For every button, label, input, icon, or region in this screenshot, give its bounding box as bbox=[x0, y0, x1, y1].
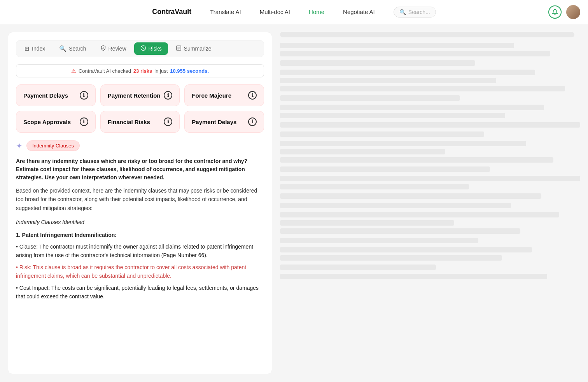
skeleton-group-3 bbox=[280, 105, 580, 118]
left-panel: ⊞ Index 🔍 Search Review Risks bbox=[8, 32, 272, 374]
navbar: ContraVault Translate AI Multi-doc AI Ho… bbox=[0, 0, 588, 24]
search-placeholder: Search... bbox=[408, 9, 430, 15]
skeleton-line bbox=[280, 220, 454, 226]
skeleton-group-7 bbox=[280, 247, 580, 261]
risk-card-label: Force Majeure bbox=[192, 92, 231, 99]
tab-search[interactable]: 🔍 Search bbox=[53, 42, 92, 55]
risk-card-label: Payment Delays bbox=[192, 119, 236, 125]
content-intro: Based on the provided context, here are … bbox=[16, 186, 264, 212]
risk-card-label: Payment Delays bbox=[23, 92, 68, 99]
status-middle: in just bbox=[154, 68, 168, 74]
risks-count: 23 risks bbox=[133, 68, 152, 74]
status-warning-icon: ⚠ bbox=[71, 68, 76, 74]
tabs-bar: ⊞ Index 🔍 Search Review Risks bbox=[16, 40, 264, 57]
info-icon: ℹ bbox=[248, 91, 257, 100]
tab-summarize[interactable]: Summarize bbox=[170, 42, 218, 55]
risk-bullet: • Risk: This clause is broad as it requi… bbox=[16, 263, 264, 280]
skeleton-line bbox=[280, 51, 550, 56]
tab-risks[interactable]: Risks bbox=[134, 42, 168, 55]
risk-card-payment-retention[interactable]: Payment Retention ℹ bbox=[100, 84, 180, 106]
risk-cards-grid: Payment Delays ℹ Payment Retention ℹ For… bbox=[16, 84, 264, 133]
skeleton-line bbox=[280, 166, 490, 172]
content-question: Are there any indemnity clauses which ar… bbox=[16, 157, 264, 182]
risk-card-label: Financial Risks bbox=[108, 119, 150, 125]
risk-card-force-majeure[interactable]: Force Majeure ℹ bbox=[184, 84, 264, 106]
skeleton-line bbox=[280, 193, 541, 199]
risks-icon bbox=[140, 45, 146, 52]
svg-line-1 bbox=[142, 46, 145, 50]
search-tab-icon: 🔍 bbox=[59, 45, 66, 52]
risk-card-payment-delays-1[interactable]: Payment Delays ℹ bbox=[16, 84, 96, 106]
risk-card-label: Scope Approvals bbox=[23, 119, 71, 125]
info-icon: ℹ bbox=[80, 91, 88, 100]
tab-review[interactable]: Review bbox=[94, 42, 133, 55]
user-avatar[interactable] bbox=[566, 5, 580, 19]
time-count: 10.955 seconds. bbox=[170, 68, 209, 74]
main-layout: ⊞ Index 🔍 Search Review Risks bbox=[0, 24, 588, 382]
skeleton-line bbox=[280, 43, 514, 48]
status-prefix: ContraVault AI checked bbox=[79, 68, 131, 74]
review-icon bbox=[100, 45, 106, 52]
skeleton-top-block bbox=[280, 32, 574, 37]
nav-translate-ai[interactable]: Translate AI bbox=[210, 9, 241, 15]
skeleton-line bbox=[280, 176, 580, 181]
skeleton-group-5 bbox=[280, 176, 580, 189]
skeleton-group-2 bbox=[280, 70, 580, 91]
skeleton-group-4 bbox=[280, 141, 580, 163]
risk-card-scope-approvals[interactable]: Scope Approvals ℹ bbox=[16, 111, 96, 133]
skeleton-line bbox=[280, 228, 520, 234]
skeleton-line bbox=[280, 78, 496, 83]
risk-card-financial-risks[interactable]: Financial Risks ℹ bbox=[100, 111, 180, 133]
indemnity-clauses-badge[interactable]: Indemnity Clauses bbox=[26, 140, 80, 151]
sparkle-icon: ✦ bbox=[16, 141, 23, 151]
nav-home[interactable]: Home bbox=[309, 9, 324, 15]
tab-index[interactable]: ⊞ Index bbox=[18, 42, 51, 55]
section-title: Indemnity Clauses Identified bbox=[16, 218, 264, 226]
skeleton-group-6 bbox=[280, 212, 580, 234]
skeleton-line bbox=[280, 265, 436, 270]
info-icon: ℹ bbox=[248, 117, 257, 126]
skeleton-line bbox=[280, 131, 484, 137]
skeleton-line bbox=[280, 212, 559, 217]
search-box[interactable]: 🔍 Search... bbox=[394, 7, 436, 18]
search-icon: 🔍 bbox=[399, 9, 406, 15]
skeleton-line bbox=[280, 86, 565, 91]
skeleton-line bbox=[280, 184, 469, 189]
skeleton-group-1 bbox=[280, 43, 580, 56]
info-icon: ℹ bbox=[164, 91, 172, 100]
brand-logo: ContraVault bbox=[152, 8, 191, 16]
cost-bullet: • Cost Impact: The costs can be signific… bbox=[16, 284, 264, 301]
heading-patent: 1. Patent Infringement Indemnification: bbox=[16, 231, 264, 239]
info-icon: ℹ bbox=[164, 117, 172, 126]
skeleton-line bbox=[280, 122, 580, 128]
summarize-icon bbox=[176, 45, 182, 52]
skeleton-line bbox=[280, 247, 532, 252]
skeleton-line bbox=[280, 157, 553, 163]
clause-bullet: • Clause: The contractor must indemnify … bbox=[16, 242, 264, 260]
nav-right bbox=[548, 5, 580, 19]
status-bar: ⚠ ContraVault AI checked 23 risks in jus… bbox=[16, 64, 264, 77]
nav-multidoc-ai[interactable]: Multi-doc AI bbox=[260, 9, 290, 15]
risk-card-label: Payment Retention bbox=[108, 92, 161, 99]
info-icon: ℹ bbox=[80, 117, 88, 126]
active-query-row: ✦ Indemnity Clauses bbox=[16, 140, 264, 151]
skeleton-line bbox=[280, 238, 478, 243]
skeleton-line bbox=[280, 274, 547, 279]
nav-negotiate-ai[interactable]: Negotiate AI bbox=[343, 9, 375, 15]
index-icon: ⊞ bbox=[24, 45, 30, 52]
skeleton-line bbox=[280, 105, 544, 110]
skeleton-line bbox=[280, 95, 460, 101]
right-panel bbox=[272, 32, 580, 374]
skeleton-line bbox=[280, 60, 475, 66]
skeleton-line bbox=[280, 113, 505, 118]
risk-card-payment-delays-2[interactable]: Payment Delays ℹ bbox=[184, 111, 264, 133]
skeleton-line bbox=[280, 70, 535, 75]
skeleton-line bbox=[280, 141, 526, 146]
skeleton-line bbox=[280, 255, 502, 261]
skeleton-line bbox=[280, 149, 445, 154]
skeleton-line bbox=[280, 203, 511, 208]
notifications-bell[interactable] bbox=[548, 5, 562, 19]
content-area: Are there any indemnity clauses which ar… bbox=[16, 157, 264, 301]
